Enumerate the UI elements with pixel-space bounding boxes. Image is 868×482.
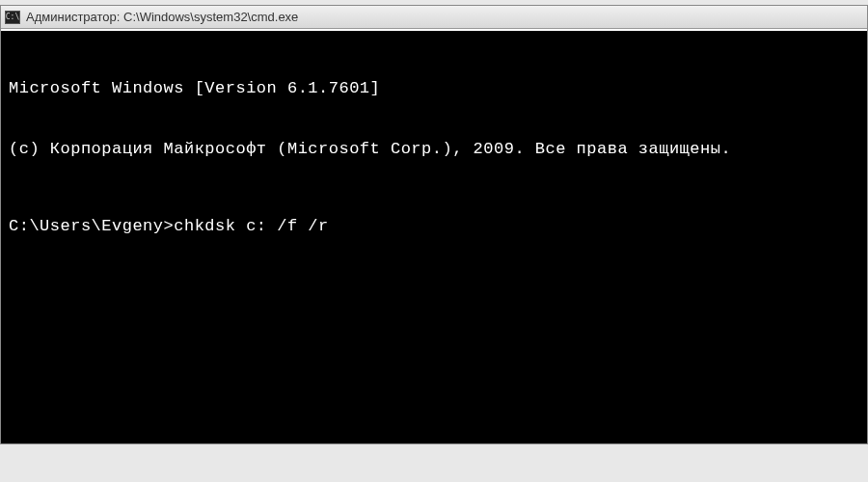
prompt-line: C:\Users\Evgeny>chkdsk c: /f /r [9,216,859,236]
version-line: Microsoft Windows [Version 6.1.7601] [9,78,859,98]
prompt-text: C:\Users\Evgeny> [9,217,174,235]
titlebar[interactable]: C:\ Администратор: C:\Windows\system32\c… [1,6,867,29]
window-title: Администратор: C:\Windows\system32\cmd.e… [26,10,863,24]
cmd-window: C:\ Администратор: C:\Windows\system32\c… [0,5,868,444]
copyright-line: (c) Корпорация Майкрософт (Microsoft Cor… [9,139,859,159]
console-output[interactable]: Microsoft Windows [Version 6.1.7601] (c)… [1,29,867,443]
cmd-icon: C:\ [5,11,20,24]
command-input[interactable]: chkdsk c: /f /r [174,217,329,235]
